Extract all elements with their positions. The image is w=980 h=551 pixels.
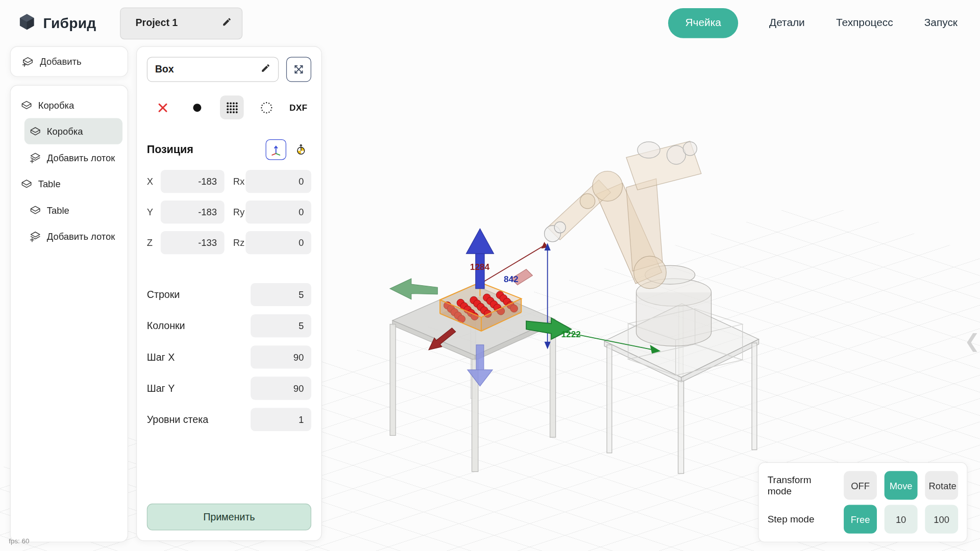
position-fields: X Rx Y Ry Z Rz [147,170,311,254]
tab-parts[interactable]: Детали [769,17,805,29]
step-x-input[interactable] [251,345,311,368]
logo-cube-icon [17,12,36,34]
app-window: 1284 842 1222 Гибрид Project 1 Ячейка Де… [0,0,980,551]
expand-button[interactable] [286,57,311,82]
dim-label-842: 842 [504,274,519,284]
pos-rx-input[interactable] [246,170,311,193]
box-icon [20,99,32,111]
add-box-icon [22,56,34,67]
columns-label: Колонки [147,320,185,332]
pos-rz-input[interactable] [246,231,311,254]
top-bar: Гибрид Project 1 Ячейка Детали Техпроцес… [0,0,980,46]
pos-y-input[interactable] [161,201,225,223]
step-10-button[interactable]: 10 [885,505,918,533]
dot-icon [193,104,201,112]
pattern-toolbar: DXF [151,95,307,119]
step-mode-label: Step mode [768,514,837,525]
columns-input[interactable] [251,314,311,337]
gizmo-arrow-up[interactable] [466,229,494,289]
tab-process[interactable]: Техпроцесс [836,17,893,29]
tab-cell[interactable]: Ячейка [669,8,738,38]
step-y-label: Шаг Y [147,383,175,394]
box-icon [20,178,32,189]
transform-move-button[interactable]: Move [885,471,918,499]
transform-rotate-button[interactable]: Rotate [925,471,958,499]
transform-panel: Transform mode OFF Move Rotate Step mode… [758,462,967,542]
circle-pattern-tool[interactable] [255,95,279,119]
add-tray-icon [30,230,41,242]
tree-add-tray-box[interactable]: Добавить лоток [24,144,122,170]
tree-add-tray-table[interactable]: Добавить лоток [24,223,122,249]
pos-ry-input[interactable] [246,201,311,223]
collapse-panel-chevron[interactable]: ❮ [964,330,980,352]
scene-tree: Коробка Коробка Добавить лоток Table [10,85,128,542]
world-axes-button[interactable] [265,139,286,160]
dim-label-1284: 1284 [470,262,490,272]
edit-name-icon[interactable] [261,63,271,76]
tree-item-table[interactable]: Table [24,197,122,223]
properties-panel: Box [136,46,322,541]
add-button[interactable]: Добавить [10,46,128,77]
single-point-tool[interactable] [185,95,209,119]
tree-group-table[interactable]: Table [16,170,122,196]
sidebar: Добавить Коробка Коробка Добавить лоток [10,46,128,542]
main-nav: Ячейка Детали Техпроцесс Запуск [669,8,958,38]
box-icon [30,204,41,216]
tab-launch[interactable]: Запуск [924,17,958,29]
pos-z-input[interactable] [161,231,225,254]
delete-pattern-tool[interactable] [151,95,175,119]
transform-mode-label: Transform mode [768,474,837,496]
gizmo-arrow-left[interactable] [390,279,437,299]
step-100-button[interactable]: 100 [925,505,958,533]
tree-label: Добавить лоток [47,231,115,241]
box-icon [30,126,41,137]
tree-item-box[interactable]: Коробка [24,118,122,144]
grid-pattern-tool[interactable] [220,95,244,119]
edit-project-icon[interactable] [222,17,232,29]
pattern-params: Строки Колонки Шаг X Шаг Y Уровни стека [147,283,311,431]
rows-input[interactable] [251,283,311,306]
tree-label: Table [38,179,61,189]
rows-label: Строки [147,289,180,300]
dxf-tool[interactable]: DXF [289,95,307,119]
step-y-input[interactable] [251,377,311,399]
tree-label: Коробка [47,126,83,137]
part-name: Box [155,64,174,75]
logo-text: Гибрид [43,15,96,32]
apply-button[interactable]: Применить [147,504,311,531]
dim-label-1222: 1222 [561,329,581,339]
fps-counter: fps: 60 [9,537,29,545]
stack-levels-input[interactable] [251,408,311,431]
step-x-label: Шаг X [147,352,175,363]
grid-dots-icon [225,101,238,114]
stack-levels-label: Уровни стека [147,414,208,425]
tree-label: Коробка [38,99,75,110]
pos-x-input[interactable] [161,170,225,193]
step-free-button[interactable]: Free [844,505,877,533]
tree-group-box[interactable]: Коробка [16,92,122,118]
position-heading: Позиция [147,143,193,156]
app-logo: Гибрид [17,12,96,34]
add-button-label: Добавить [40,56,81,67]
part-name-field[interactable]: Box [147,57,279,82]
tree-label: Добавить лоток [47,152,115,163]
project-name-field[interactable]: Project 1 [120,7,242,39]
tcp-origin-button[interactable] [290,139,311,160]
tree-label: Table [47,205,69,215]
axes-icon [270,143,283,156]
transform-off-button[interactable]: OFF [844,471,877,499]
add-tray-icon [30,152,41,163]
origin-icon [295,143,308,156]
project-name: Project 1 [135,17,178,29]
